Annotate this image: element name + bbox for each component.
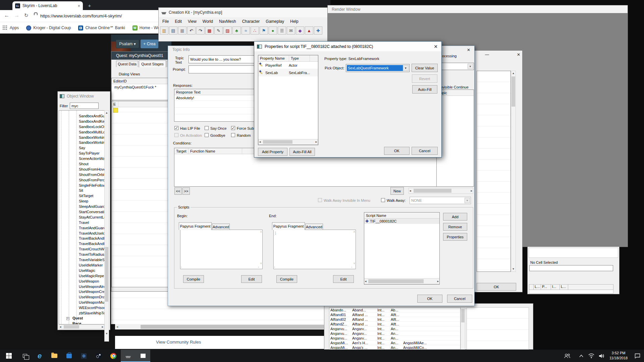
tree-item[interactable]: TravelCrouchW (59, 247, 104, 252)
properties-ok-button[interactable]: OK (384, 147, 410, 155)
side-minimize-icon[interactable]: — (485, 52, 489, 57)
walk-away-checkbox[interactable] (381, 198, 385, 202)
cell-view-row[interactable]: AngasMi... Aeri's H... Int... An... Anga… (329, 341, 460, 345)
tree-item[interactable]: TravelToRadius (59, 252, 104, 257)
property-row-playerref[interactable]: ✚ ✎ PlayerRef Actor (258, 62, 318, 69)
menu-navmesh[interactable]: NavMesh (216, 19, 239, 24)
scroll-up-icon[interactable]: ∧ (260, 230, 262, 233)
tray-clock[interactable]: 3:52 PM 11/18/2018 (606, 351, 631, 361)
tree-item-quest[interactable]: + Quest (59, 316, 104, 321)
menu-view[interactable]: View (185, 19, 200, 24)
tree-item[interactable]: SceneActionWa (59, 156, 104, 162)
cell-col-header[interactable]: L... (534, 284, 541, 290)
say-once-checkbox[interactable] (205, 126, 209, 130)
dropdown-arrow-icon[interactable]: ▼ (465, 198, 470, 203)
save-icon[interactable]: ▤ (169, 26, 177, 35)
script-list-hscrollbar[interactable]: ◄► (364, 278, 439, 284)
tree-item[interactable]: StartConversatio (59, 209, 104, 215)
edit-pencil-icon[interactable]: ✎ (214, 26, 223, 35)
properties-titlebar[interactable]: Properties for script TIF__0800182C atta… (254, 42, 441, 51)
scroll-thumb[interactable] (141, 325, 324, 329)
gem-icon[interactable]: ◆ (296, 26, 304, 35)
scroll-up-icon[interactable]: ∧ (353, 230, 355, 233)
link-topic-list[interactable]: Topic (436, 89, 474, 187)
people-icon[interactable] (563, 350, 572, 362)
has-lip-checkbox[interactable]: ✓ (174, 126, 178, 130)
on-activation-checkbox[interactable] (174, 133, 178, 137)
wifi-icon[interactable] (587, 350, 596, 362)
cell-name-field[interactable] (529, 265, 613, 271)
tree-item[interactable]: zbfSlaveWhipTe (59, 311, 104, 316)
properties-cancel-button[interactable]: Cancel (412, 147, 438, 155)
branch-row[interactable]: myCynthiaQuest01Fuck * (112, 84, 170, 89)
tree-item[interactable]: TravelVariableS (59, 257, 104, 263)
tray-chevron-icon[interactable] (578, 350, 585, 362)
tree-item[interactable]: SandboxMultiLo (59, 130, 104, 135)
tree-item[interactable]: WEEscortPrisor (59, 305, 104, 311)
tree-item[interactable]: TravelBackAndl (59, 241, 104, 247)
revert-button[interactable]: Revert (412, 74, 437, 83)
steam-icon[interactable] (91, 350, 106, 362)
tree-item[interactable]: StayAtCurrentLc (59, 215, 104, 220)
open-icon[interactable]: ▥ (160, 26, 168, 35)
chrome-icon[interactable] (106, 350, 121, 362)
scroll-down-icon[interactable]: ∨ (353, 262, 355, 265)
menu-character[interactable]: Character (239, 19, 263, 24)
right-dropdown[interactable]: ▼ (441, 63, 474, 70)
tab-close-icon[interactable]: × (77, 3, 80, 8)
property-row-sexlab[interactable]: ✚ ✎ SexLab SexLabFra... (258, 69, 318, 76)
snap-angle-icon[interactable]: ▨ (223, 26, 232, 35)
topic-list-left[interactable]: E (111, 101, 170, 287)
script-row[interactable]: ✚ TIF__0800182C (364, 219, 439, 224)
undo-icon[interactable]: ↶ (187, 26, 196, 35)
cell-col-header[interactable]: I... (551, 284, 560, 290)
tab-quest-data[interactable]: Quest Data (116, 61, 138, 67)
cell-view-row[interactable]: Abando... Aband... Int... Ab... (329, 308, 460, 312)
bookmark-item[interactable]: Chase Online℠ Banki (78, 25, 125, 31)
pathgrid-icon[interactable]: ∴ (251, 26, 259, 35)
end-edit-button[interactable]: Edit (333, 275, 354, 283)
cell-col-header[interactable]: P... (541, 284, 551, 290)
selected-topic-yellow-cell[interactable] (113, 108, 118, 113)
edge-icon[interactable]: e (32, 350, 47, 362)
goodbye-checkbox[interactable] (205, 133, 209, 137)
file-explorer-icon[interactable] (47, 350, 62, 362)
address-bar[interactable]: https://www.loverslab.com/forum/4-skyrim… (40, 13, 122, 18)
cell-view-scrollbar[interactable] (461, 307, 465, 350)
creation-kit-taskbar-icon[interactable] (121, 350, 136, 362)
scroll-right-icon[interactable]: › (351, 265, 352, 269)
marker-icon[interactable]: ▲ (305, 26, 313, 35)
snap-grid-icon[interactable]: ▩ (205, 26, 214, 35)
bookmark-item[interactable]: Kroger - Digital Coup (26, 25, 71, 31)
begin-papyrus-tab[interactable]: Papyrus Fragment (179, 222, 212, 230)
begin-edit-button[interactable]: Edit (241, 275, 262, 283)
properties-list-hscrollbar[interactable]: ◄► (258, 139, 318, 145)
topic-info-cancel-button[interactable]: Cancel (447, 295, 472, 303)
scroll-down-icon[interactable]: ∨ (260, 262, 262, 265)
menu-help[interactable]: Help (287, 19, 302, 24)
world-tree-icon[interactable]: ♣ (232, 26, 241, 35)
cell-view-row[interactable]: Angarvu... Angarv... Int... An... (329, 336, 460, 341)
menu-file[interactable]: File (159, 19, 172, 24)
app-window-icon[interactable] (136, 350, 150, 362)
tree-item-race[interactable]: Race (72, 321, 81, 324)
menu-world[interactable]: World (200, 19, 216, 24)
preferences-icon[interactable]: ▦ (178, 26, 186, 35)
menu-gameplay[interactable]: Gameplay (263, 19, 287, 24)
tree-item[interactable]: SandboxAndGu (59, 114, 104, 119)
bookmark-item[interactable]: W Home - We (132, 25, 160, 31)
dropdown-arrow-icon[interactable]: ▼ (468, 64, 473, 69)
properties-list[interactable]: Property Name Type ✚ ✎ PlayerRef Actor ✚… (258, 55, 318, 145)
create-button[interactable]: + Crea (141, 40, 158, 48)
cell-view-table[interactable]: Abando... Aband... Int... Ab... Alftand0… (329, 307, 461, 350)
creation-kit-titlebar[interactable]: Creation Kit - [myCynthia.esp] (159, 8, 328, 17)
page-h-scrollbar[interactable]: ◄ (115, 324, 329, 329)
tree-item[interactable]: UseMagicRepe (59, 274, 104, 279)
flag-icon[interactable]: ⚑ (260, 26, 268, 35)
tree-item[interactable]: Say (59, 145, 104, 151)
tree-item[interactable]: SandboxLockOr (59, 124, 104, 130)
water-icon[interactable]: ≈ (241, 26, 250, 35)
cell-view-row[interactable]: Alftand01 Alftand ... Int... Alft... (329, 312, 460, 317)
dropdown-arrow-icon[interactable]: ▼ (403, 65, 409, 71)
tree-item[interactable]: UseWeaponDra (59, 295, 104, 300)
